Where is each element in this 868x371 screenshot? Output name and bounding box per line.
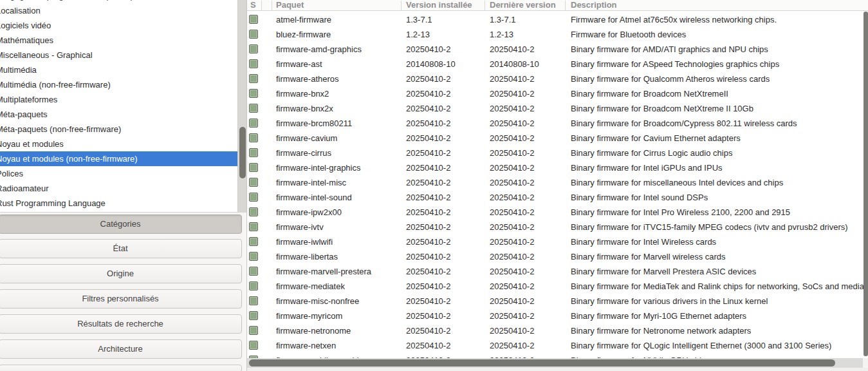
category-item[interactable]: Multiplateformes [0, 92, 237, 107]
cell-last: 20250410-2 [490, 131, 534, 146]
category-item[interactable]: Miscellaneous - Graphical [0, 48, 237, 62]
table-row[interactable]: firmware-ast20140808-1020140808-10Binary… [247, 57, 868, 71]
cell-inst: 20250410-2 [406, 309, 450, 323]
package-installed-icon[interactable] [249, 341, 258, 350]
table-row[interactable]: firmware-brcm8021120250410-220250410-2Bi… [247, 116, 868, 131]
vertical-scrollbar-thumb[interactable] [863, 12, 868, 356]
category-item[interactable]: Noyau et modules [0, 137, 237, 151]
cell-inst: 20250410-2 [406, 338, 450, 353]
cell-desc: Binary firmware for Intel iGPUs and IPUs [571, 160, 723, 175]
table-row[interactable]: firmware-cavium20250410-220250410-2Binar… [247, 131, 868, 146]
package-installed-icon[interactable] [249, 222, 258, 231]
package-installed-icon[interactable] [249, 252, 258, 261]
category-item[interactable]: Localisation [0, 3, 237, 18]
package-installed-icon[interactable] [249, 74, 258, 83]
table-row[interactable]: bluez-firmware1.2-131.2-13Firmware for B… [247, 27, 868, 42]
cell-inst: 20250410-2 [406, 264, 450, 279]
cell-last: 20250410-2 [490, 175, 534, 190]
cell-desc: Binary firmware for Intel Wireless cards [571, 234, 716, 249]
cell-last: 20250410-2 [490, 338, 534, 353]
table-row[interactable]: firmware-iwlwifi20250410-220250410-2Bina… [247, 234, 868, 249]
category-list-scrollbar-thumb[interactable] [239, 127, 246, 178]
table-row[interactable]: firmware-intel-graphics20250410-22025041… [247, 160, 868, 175]
column-header[interactable]: S [250, 0, 256, 11]
category-item[interactable]: Noyau et modules (non-free-firmware) [0, 151, 237, 166]
table-row[interactable]: firmware-bnx2x20250410-220250410-2Binary… [247, 101, 868, 116]
cell-pkg: firmware-ast [276, 57, 322, 71]
cell-last: 1.3-7.1 [490, 12, 515, 27]
filter-button-origine[interactable]: Origine [0, 264, 242, 283]
category-item[interactable]: Polices [0, 166, 237, 181]
cell-pkg: firmware-intel-misc [276, 175, 346, 190]
package-installed-icon[interactable] [249, 178, 258, 187]
category-item[interactable]: Rust Programming Language [0, 196, 237, 211]
package-installed-icon[interactable] [249, 193, 258, 202]
table-row[interactable]: firmware-intel-misc20250410-220250410-2B… [247, 175, 868, 190]
package-installed-icon[interactable] [249, 89, 258, 98]
horizontal-scrollbar-track[interactable] [247, 358, 863, 368]
package-installed-icon[interactable] [249, 15, 258, 24]
package-installed-icon[interactable] [249, 44, 258, 53]
category-item[interactable]: Méta-paquets [0, 107, 237, 122]
filter-button-cat-gories[interactable]: Catégories [0, 214, 242, 234]
filter-button--tat[interactable]: État [0, 239, 242, 258]
table-row[interactable]: firmware-cirrus20250410-220250410-2Binar… [247, 146, 868, 160]
category-item[interactable]: Méta-paquets (non-free-firmware) [0, 122, 237, 137]
table-row[interactable]: firmware-marvell-prestera20250410-220250… [247, 264, 868, 279]
table-row[interactable]: firmware-misc-nonfree20250410-220250410-… [247, 294, 868, 309]
package-installed-icon[interactable] [249, 326, 258, 335]
table-row[interactable]: firmware-mediatek20250410-220250410-2Bin… [247, 279, 868, 294]
column-separator [401, 1, 402, 10]
package-installed-icon[interactable] [249, 30, 258, 39]
cell-last: 20250410-2 [490, 101, 534, 116]
horizontal-scrollbar-thumb[interactable] [249, 359, 835, 366]
package-installed-icon[interactable] [249, 59, 258, 68]
package-installed-icon[interactable] [249, 119, 258, 128]
category-item[interactable]: Multimédia [0, 62, 237, 77]
column-header[interactable]: Version installée [406, 0, 472, 11]
cell-last: 20250410-2 [490, 309, 534, 323]
table-row[interactable]: firmware-intel-sound20250410-220250410-2… [247, 190, 868, 205]
partial-bottom-button[interactable] [0, 365, 242, 371]
cell-desc: Binary firmware for Qualcomm Atheros wir… [571, 71, 770, 86]
category-item[interactable]: Logiciels vidéo [0, 18, 237, 33]
cell-desc: Binary firmware for various drivers in t… [571, 294, 768, 309]
package-installed-icon[interactable] [249, 104, 258, 113]
table-row[interactable]: firmware-ivtv20250410-220250410-2Binary … [247, 220, 868, 234]
filter-button-architecture[interactable]: Architecture [0, 339, 242, 359]
table-row[interactable]: firmware-libertas20250410-220250410-2Bin… [247, 249, 868, 264]
cell-pkg: firmware-misc-nonfree [276, 294, 359, 309]
table-row[interactable]: firmware-atheros20250410-220250410-2Bina… [247, 71, 868, 86]
package-installed-icon[interactable] [249, 311, 258, 320]
category-item[interactable]: Multimédia (non-free-firmware) [0, 77, 237, 92]
category-item[interactable]: Mathématiques [0, 33, 237, 48]
column-header[interactable]: Description [571, 0, 617, 11]
cell-pkg: atmel-firmware [276, 12, 331, 27]
filter-button-r-sultats-de-recherche[interactable]: Résultats de recherche [0, 314, 242, 334]
cell-last: 20250410-2 [490, 294, 534, 309]
package-installed-icon[interactable] [249, 207, 258, 216]
table-row[interactable]: atmel-firmware1.3-7.11.3-7.1Firmware for… [247, 12, 868, 27]
package-installed-icon[interactable] [249, 237, 258, 246]
table-row[interactable]: firmware-netxen20250410-220250410-2Binar… [247, 338, 868, 353]
cell-last: 20250410-2 [490, 279, 534, 294]
category-item[interactable]: Radioamateur [0, 181, 237, 196]
category-list-scrollbar-track[interactable] [237, 0, 246, 213]
table-row[interactable]: firmware-ipw2x0020250410-220250410-2Bina… [247, 205, 868, 220]
table-row[interactable]: firmware-amd-graphics20250410-220250410-… [247, 42, 868, 57]
table-row[interactable]: firmware-netronome20250410-220250410-2Bi… [247, 323, 868, 338]
package-installed-icon[interactable] [249, 267, 258, 276]
cell-last: 20250410-2 [490, 220, 534, 234]
package-installed-icon[interactable] [249, 148, 258, 157]
cell-inst: 20250410-2 [406, 146, 450, 160]
package-installed-icon[interactable] [249, 281, 258, 290]
column-header[interactable]: Paquet [276, 0, 304, 11]
package-installed-icon[interactable] [249, 296, 258, 305]
table-row[interactable]: firmware-bnx220250410-220250410-2Binary … [247, 86, 868, 101]
package-installed-icon[interactable] [249, 163, 258, 172]
filter-button-filtres-personnalis-s[interactable]: Filtres personnalisés [0, 289, 242, 309]
column-header[interactable]: Dernière version [490, 0, 556, 11]
cell-last: 20250410-2 [490, 86, 534, 101]
package-installed-icon[interactable] [249, 133, 258, 142]
table-row[interactable]: firmware-myricom20250410-220250410-2Bina… [247, 309, 868, 323]
